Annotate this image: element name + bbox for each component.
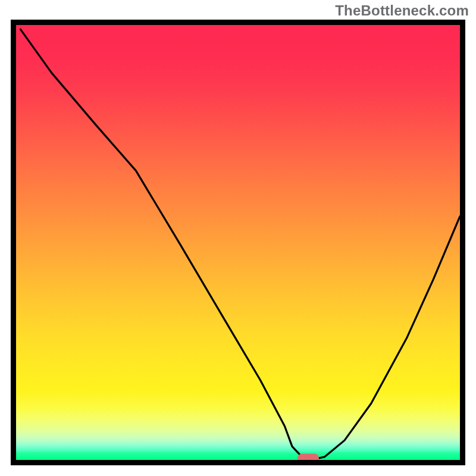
watermark: TheBottleneck.com [335,2,469,19]
gradient-background [16,25,460,460]
chart-container: TheBottleneck.com [0,0,476,476]
optimal-marker [298,454,319,463]
plot-frame [11,20,465,465]
